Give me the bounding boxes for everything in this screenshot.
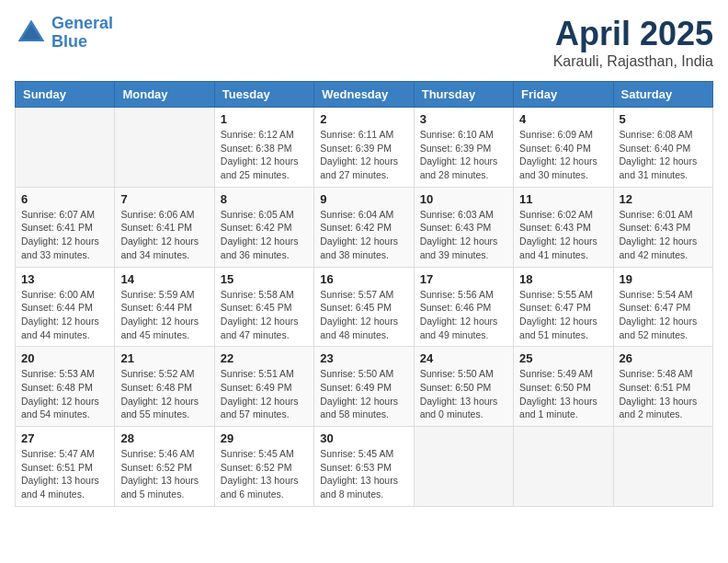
calendar-week-row: 13Sunrise: 6:00 AM Sunset: 6:44 PM Dayli… xyxy=(16,267,713,347)
day-number: 1 xyxy=(221,112,308,126)
calendar-cell: 8Sunrise: 6:05 AM Sunset: 6:42 PM Daylig… xyxy=(214,187,313,267)
logo-line1: General xyxy=(51,14,113,32)
day-info: Sunrise: 6:00 AM Sunset: 6:44 PM Dayligh… xyxy=(21,288,108,342)
calendar-cell: 26Sunrise: 5:48 AM Sunset: 6:51 PM Dayli… xyxy=(613,347,712,427)
day-info: Sunrise: 5:45 AM Sunset: 6:53 PM Dayligh… xyxy=(320,447,407,501)
calendar-cell: 23Sunrise: 5:50 AM Sunset: 6:49 PM Dayli… xyxy=(314,347,414,427)
day-info: Sunrise: 6:08 AM Sunset: 6:40 PM Dayligh… xyxy=(620,128,707,182)
day-info: Sunrise: 6:06 AM Sunset: 6:41 PM Dayligh… xyxy=(120,208,208,262)
calendar-cell: 1Sunrise: 6:12 AM Sunset: 6:38 PM Daylig… xyxy=(214,108,313,188)
day-number: 24 xyxy=(420,351,507,365)
calendar-cell xyxy=(613,427,712,507)
calendar-cell xyxy=(115,108,214,188)
calendar-cell: 20Sunrise: 5:53 AM Sunset: 6:48 PM Dayli… xyxy=(16,347,115,427)
calendar-cell: 18Sunrise: 5:55 AM Sunset: 6:47 PM Dayli… xyxy=(514,267,613,347)
day-number: 6 xyxy=(21,192,108,206)
month-title: April 2025 xyxy=(553,15,713,53)
day-number: 28 xyxy=(120,431,208,445)
day-info: Sunrise: 6:05 AM Sunset: 6:42 PM Dayligh… xyxy=(221,208,308,262)
calendar-cell: 24Sunrise: 5:50 AM Sunset: 6:50 PM Dayli… xyxy=(414,347,513,427)
day-number: 2 xyxy=(320,112,407,126)
calendar-cell: 10Sunrise: 6:03 AM Sunset: 6:43 PM Dayli… xyxy=(414,187,513,267)
weekday-header-saturday: Saturday xyxy=(613,82,712,108)
logo: General Blue xyxy=(15,15,113,52)
location-title: Karauli, Rajasthan, India xyxy=(553,53,713,70)
weekday-header-thursday: Thursday xyxy=(414,82,513,108)
day-info: Sunrise: 6:01 AM Sunset: 6:43 PM Dayligh… xyxy=(620,208,707,262)
calendar-cell: 6Sunrise: 6:07 AM Sunset: 6:41 PM Daylig… xyxy=(16,187,115,267)
day-info: Sunrise: 6:04 AM Sunset: 6:42 PM Dayligh… xyxy=(320,208,407,262)
day-number: 12 xyxy=(620,192,707,206)
day-info: Sunrise: 5:52 AM Sunset: 6:48 PM Dayligh… xyxy=(120,367,208,421)
logo-text: General Blue xyxy=(51,15,113,52)
day-info: Sunrise: 5:55 AM Sunset: 6:47 PM Dayligh… xyxy=(519,288,607,342)
day-info: Sunrise: 5:54 AM Sunset: 6:47 PM Dayligh… xyxy=(620,288,707,342)
calendar-cell: 27Sunrise: 5:47 AM Sunset: 6:51 PM Dayli… xyxy=(16,427,115,507)
calendar-cell: 22Sunrise: 5:51 AM Sunset: 6:49 PM Dayli… xyxy=(214,347,313,427)
weekday-header-tuesday: Tuesday xyxy=(214,82,313,108)
day-info: Sunrise: 6:11 AM Sunset: 6:39 PM Dayligh… xyxy=(320,128,407,182)
day-info: Sunrise: 5:57 AM Sunset: 6:45 PM Dayligh… xyxy=(320,288,407,342)
day-info: Sunrise: 5:47 AM Sunset: 6:51 PM Dayligh… xyxy=(21,447,108,501)
calendar-cell: 21Sunrise: 5:52 AM Sunset: 6:48 PM Dayli… xyxy=(115,347,214,427)
calendar-cell: 5Sunrise: 6:08 AM Sunset: 6:40 PM Daylig… xyxy=(613,108,712,188)
calendar-week-row: 27Sunrise: 5:47 AM Sunset: 6:51 PM Dayli… xyxy=(16,427,713,507)
calendar-cell: 30Sunrise: 5:45 AM Sunset: 6:53 PM Dayli… xyxy=(314,427,414,507)
calendar-week-row: 1Sunrise: 6:12 AM Sunset: 6:38 PM Daylig… xyxy=(16,108,713,188)
day-number: 9 xyxy=(320,192,407,206)
day-info: Sunrise: 5:56 AM Sunset: 6:46 PM Dayligh… xyxy=(420,288,507,342)
day-info: Sunrise: 5:51 AM Sunset: 6:49 PM Dayligh… xyxy=(221,367,308,421)
calendar-cell: 17Sunrise: 5:56 AM Sunset: 6:46 PM Dayli… xyxy=(414,267,513,347)
calendar-cell: 29Sunrise: 5:45 AM Sunset: 6:52 PM Dayli… xyxy=(214,427,313,507)
day-number: 26 xyxy=(620,351,707,365)
weekday-header-friday: Friday xyxy=(514,82,613,108)
calendar-cell xyxy=(16,108,115,188)
day-number: 4 xyxy=(519,112,607,126)
calendar-cell: 11Sunrise: 6:02 AM Sunset: 6:43 PM Dayli… xyxy=(514,187,613,267)
day-number: 13 xyxy=(21,272,108,286)
day-info: Sunrise: 6:09 AM Sunset: 6:40 PM Dayligh… xyxy=(519,128,607,182)
day-info: Sunrise: 5:50 AM Sunset: 6:50 PM Dayligh… xyxy=(420,367,507,421)
calendar-week-row: 20Sunrise: 5:53 AM Sunset: 6:48 PM Dayli… xyxy=(16,347,713,427)
day-info: Sunrise: 5:45 AM Sunset: 6:52 PM Dayligh… xyxy=(221,447,308,501)
day-info: Sunrise: 6:02 AM Sunset: 6:43 PM Dayligh… xyxy=(519,208,607,262)
day-number: 16 xyxy=(320,272,407,286)
calendar-cell: 9Sunrise: 6:04 AM Sunset: 6:42 PM Daylig… xyxy=(314,187,414,267)
weekday-header-sunday: Sunday xyxy=(16,82,115,108)
day-number: 11 xyxy=(519,192,607,206)
day-number: 7 xyxy=(120,192,208,206)
day-number: 17 xyxy=(420,272,507,286)
day-info: Sunrise: 5:53 AM Sunset: 6:48 PM Dayligh… xyxy=(21,367,108,421)
day-number: 21 xyxy=(120,351,208,365)
calendar-cell: 4Sunrise: 6:09 AM Sunset: 6:40 PM Daylig… xyxy=(514,108,613,188)
calendar-cell: 3Sunrise: 6:10 AM Sunset: 6:39 PM Daylig… xyxy=(414,108,513,188)
day-number: 14 xyxy=(120,272,208,286)
day-number: 5 xyxy=(620,112,707,126)
day-number: 3 xyxy=(420,112,507,126)
calendar-cell: 14Sunrise: 5:59 AM Sunset: 6:44 PM Dayli… xyxy=(115,267,214,347)
calendar-cell xyxy=(414,427,513,507)
calendar-cell xyxy=(514,427,613,507)
day-number: 30 xyxy=(320,431,407,445)
weekday-header-wednesday: Wednesday xyxy=(314,82,414,108)
day-info: Sunrise: 6:07 AM Sunset: 6:41 PM Dayligh… xyxy=(21,208,108,262)
header: General Blue April 2025 Karauli, Rajasth… xyxy=(15,15,713,70)
calendar-cell: 2Sunrise: 6:11 AM Sunset: 6:39 PM Daylig… xyxy=(314,108,414,188)
calendar-cell: 16Sunrise: 5:57 AM Sunset: 6:45 PM Dayli… xyxy=(314,267,414,347)
logo-icon xyxy=(15,17,48,50)
day-number: 8 xyxy=(221,192,308,206)
day-number: 27 xyxy=(21,431,108,445)
day-info: Sunrise: 6:03 AM Sunset: 6:43 PM Dayligh… xyxy=(420,208,507,262)
day-info: Sunrise: 6:10 AM Sunset: 6:39 PM Dayligh… xyxy=(420,128,507,182)
calendar-cell: 19Sunrise: 5:54 AM Sunset: 6:47 PM Dayli… xyxy=(613,267,712,347)
calendar: SundayMondayTuesdayWednesdayThursdayFrid… xyxy=(15,81,713,507)
calendar-cell: 12Sunrise: 6:01 AM Sunset: 6:43 PM Dayli… xyxy=(613,187,712,267)
day-info: Sunrise: 5:50 AM Sunset: 6:49 PM Dayligh… xyxy=(320,367,407,421)
day-number: 29 xyxy=(221,431,308,445)
day-number: 19 xyxy=(620,272,707,286)
day-info: Sunrise: 5:59 AM Sunset: 6:44 PM Dayligh… xyxy=(120,288,208,342)
day-info: Sunrise: 6:12 AM Sunset: 6:38 PM Dayligh… xyxy=(221,128,308,182)
weekday-header-monday: Monday xyxy=(115,82,214,108)
day-number: 18 xyxy=(519,272,607,286)
day-number: 25 xyxy=(519,351,607,365)
